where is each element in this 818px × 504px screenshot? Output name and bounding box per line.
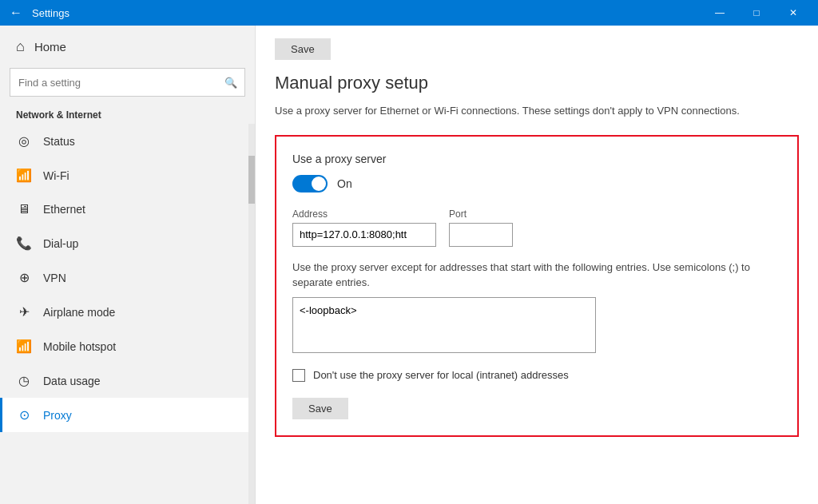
toggle-knob [312, 177, 326, 191]
content-area: Manual proxy setup Use a proxy server fo… [256, 60, 818, 456]
vpn-label: VPN [43, 272, 66, 284]
search-icon: 🔍 [224, 77, 237, 89]
proxy-toggle[interactable] [292, 175, 328, 192]
datausage-icon: ◷ [16, 373, 32, 388]
wifi-icon: 📶 [16, 168, 32, 183]
app-body: ⌂ Home 🔍 Network & Internet ◎ Status 📶 W… [0, 26, 818, 504]
home-label: Home [34, 40, 66, 54]
local-bypass-checkbox[interactable] [292, 369, 305, 382]
minimize-button[interactable]: — [701, 0, 738, 26]
sidebar-item-dialup[interactable]: 📞 Dial-up [0, 226, 255, 260]
port-group: Port [449, 208, 513, 247]
vpn-icon: ⊕ [16, 270, 32, 285]
main-content: Save Manual proxy setup Use a proxy serv… [256, 26, 818, 504]
except-description: Use the proxy server except for addresse… [292, 260, 781, 291]
except-textarea[interactable]: <-loopback> [292, 297, 596, 353]
sidebar-item-ethernet[interactable]: 🖥 Ethernet [0, 192, 255, 226]
save-top-button[interactable]: Save [275, 38, 331, 60]
airplane-icon: ✈ [16, 304, 32, 319]
address-input[interactable] [292, 223, 436, 247]
proxy-settings-box: Use a proxy server On Address Port [275, 135, 799, 437]
airplane-label: Airplane mode [43, 306, 115, 319]
search-input[interactable] [10, 68, 245, 97]
sidebar-item-home[interactable]: ⌂ Home [0, 26, 255, 68]
top-save-area: Save [256, 26, 818, 60]
address-port-row: Address Port [292, 208, 781, 247]
back-button[interactable]: ← [6, 3, 26, 22]
sidebar-item-hotspot[interactable]: 📶 Mobile hotspot [0, 329, 255, 363]
toggle-row: On [292, 175, 781, 192]
sidebar: ⌂ Home 🔍 Network & Internet ◎ Status 📶 W… [0, 26, 256, 504]
close-button[interactable]: ✕ [775, 0, 812, 26]
dialup-label: Dial-up [43, 237, 78, 250]
app-title: Settings [32, 7, 701, 19]
scrollbar-track [248, 124, 255, 504]
sidebar-item-proxy[interactable]: ⊙ Proxy [0, 398, 255, 432]
port-input[interactable] [449, 223, 513, 247]
save-inner-button[interactable]: Save [292, 398, 348, 419]
port-label: Port [449, 208, 513, 220]
ethernet-label: Ethernet [43, 203, 85, 216]
status-label: Status [43, 135, 75, 148]
hotspot-label: Mobile hotspot [43, 340, 116, 353]
restore-button[interactable]: □ [738, 0, 775, 26]
ethernet-icon: 🖥 [16, 202, 32, 216]
address-label: Address [292, 208, 436, 220]
dialup-icon: 📞 [16, 236, 32, 251]
page-description: Use a proxy server for Ethernet or Wi-Fi… [275, 103, 799, 119]
status-icon: ◎ [16, 133, 32, 149]
proxy-icon: ⊙ [16, 407, 32, 423]
scrollbar-thumb[interactable] [248, 156, 255, 204]
page-title: Manual proxy setup [275, 73, 799, 93]
checkbox-label: Don't use the proxy server for local (in… [313, 369, 569, 381]
search-box: 🔍 [10, 68, 245, 97]
hotspot-icon: 📶 [16, 339, 32, 354]
sidebar-item-vpn[interactable]: ⊕ VPN [0, 260, 255, 295]
toggle-label: On [337, 177, 352, 190]
sidebar-item-status[interactable]: ◎ Status [0, 124, 255, 158]
proxy-label: Proxy [43, 409, 72, 422]
address-group: Address [292, 208, 436, 247]
window-controls: — □ ✕ [701, 0, 812, 26]
sidebar-nav: ◎ Status 📶 Wi-Fi 🖥 Ethernet 📞 Dial-up ⊕ … [0, 124, 255, 504]
datausage-label: Data usage [43, 375, 101, 387]
section-label: Network & Internet [0, 103, 255, 124]
checkbox-row: Don't use the proxy server for local (in… [292, 369, 781, 382]
title-bar: ← Settings — □ ✕ [0, 0, 818, 26]
proxy-box-title: Use a proxy server [292, 153, 781, 165]
wifi-label: Wi-Fi [43, 169, 69, 182]
sidebar-item-airplane[interactable]: ✈ Airplane mode [0, 295, 255, 329]
sidebar-item-datausage[interactable]: ◷ Data usage [0, 363, 255, 398]
home-icon: ⌂ [16, 38, 25, 55]
sidebar-item-wifi[interactable]: 📶 Wi-Fi [0, 158, 255, 192]
